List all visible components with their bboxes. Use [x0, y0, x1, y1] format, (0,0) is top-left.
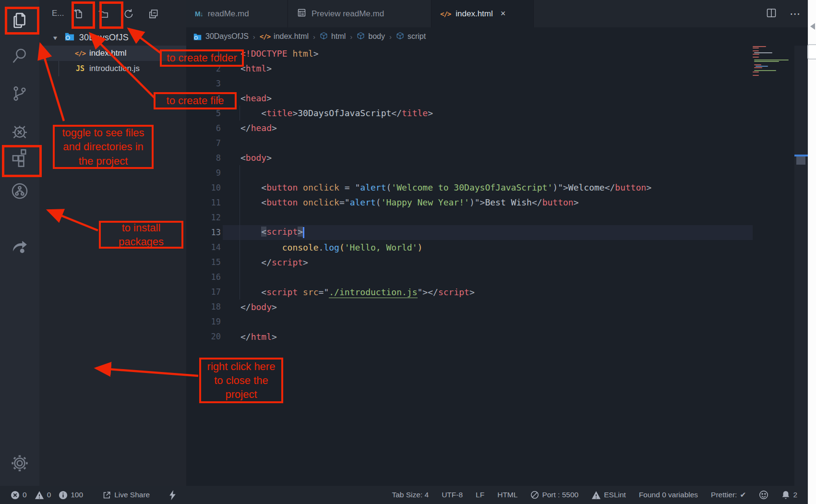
code-line-7[interactable]: 7 — [186, 135, 794, 150]
line-number: 14 — [186, 242, 221, 252]
code-token: ></ — [422, 287, 438, 297]
error-icon — [11, 491, 20, 500]
line-text: console.log('Hello, World') — [240, 242, 422, 252]
code-token: button — [542, 197, 574, 207]
prettier-status[interactable]: Prettier: ✔ — [711, 491, 746, 499]
code-token: > — [574, 197, 579, 207]
code-token: console — [282, 242, 319, 252]
extensions-icon[interactable] — [0, 147, 39, 167]
minimap-line — [753, 54, 759, 55]
code-line-4[interactable]: 4<head> — [186, 91, 794, 106]
feedback-smiley-icon[interactable] — [759, 490, 768, 500]
project-root-row[interactable]: ▼ 30DaysOfJS — [39, 30, 186, 46]
code-line-20[interactable]: 20</html> — [186, 329, 794, 344]
variables-status[interactable]: Found 0 variables — [639, 491, 698, 499]
code-token: script — [438, 287, 469, 297]
notifications-status[interactable]: 2 — [781, 490, 797, 500]
line-number: 6 — [186, 123, 221, 133]
language-status[interactable]: HTML — [497, 491, 517, 499]
code-line-19[interactable]: 19 — [186, 314, 794, 329]
code-line-1[interactable]: 1<!DOCTYPE html> — [186, 46, 794, 61]
minimap-line — [754, 70, 776, 71]
code-token: onclick — [303, 197, 339, 207]
code-token: body — [251, 302, 272, 312]
more-actions-icon[interactable]: ⋯ — [790, 12, 801, 16]
code-token: ./introduction.js — [329, 287, 417, 298]
warning-icon — [35, 491, 44, 500]
circle-branch-icon[interactable] — [0, 181, 39, 201]
minimap[interactable] — [753, 46, 793, 104]
code-token: button — [266, 197, 298, 207]
encoding-status[interactable]: UTF-8 — [442, 491, 463, 499]
code-token — [298, 287, 303, 297]
code-line-9[interactable]: 9 — [186, 165, 794, 180]
problems-indicator[interactable]: 0 0 100 — [11, 491, 83, 500]
port-status[interactable]: Port : 5500 — [530, 491, 578, 499]
breadcrumb-body[interactable]: body — [357, 32, 385, 42]
file-item-index-html[interactable]: </> index.html — [39, 46, 186, 61]
collapse-all-icon[interactable] — [145, 5, 162, 23]
minimap-line — [754, 67, 762, 68]
code-token: script — [266, 287, 298, 297]
live-share-status[interactable]: Live Share — [102, 491, 150, 500]
tab-readme[interactable]: M↓ readMe.md — [186, 0, 288, 27]
breadcrumb-project[interactable]: 30DaysOfJS — [193, 32, 249, 41]
code-token: alert — [350, 197, 376, 207]
file-item-introduction-js[interactable]: JS introduction.js — [39, 61, 186, 76]
close-icon[interactable]: × — [501, 9, 506, 19]
lightning-icon[interactable] — [169, 490, 176, 500]
code-line-10[interactable]: 10 <button onclick = "alert('Welcome to … — [186, 180, 794, 195]
code-line-3[interactable]: 3 — [186, 76, 794, 91]
search-icon[interactable] — [0, 46, 39, 65]
debug-icon[interactable] — [0, 122, 39, 141]
tab-preview-readme[interactable]: Preview readMe.md — [288, 0, 432, 27]
code-token: " — [418, 287, 423, 297]
bell-icon — [781, 490, 790, 500]
breadcrumb-html[interactable]: html — [320, 32, 346, 42]
code-line-15[interactable]: 15 </script> — [186, 255, 794, 270]
refresh-icon[interactable] — [120, 5, 137, 23]
code-token: button — [266, 182, 298, 192]
code-token: html — [292, 48, 313, 59]
split-editor-icon[interactable] — [766, 7, 777, 21]
tab-index-html[interactable]: </> index.html × — [432, 0, 534, 27]
code-token: title — [266, 108, 292, 118]
code-line-13[interactable]: 13 <script> — [186, 225, 794, 240]
code-token: = — [319, 287, 324, 297]
code-line-14[interactable]: 14 console.log('Hello, World') — [186, 240, 794, 255]
code-line-6[interactable]: 6</head> — [186, 120, 794, 135]
code-token — [288, 48, 293, 59]
new-file-icon[interactable] — [70, 5, 87, 23]
code-line-12[interactable]: 12 — [186, 210, 794, 225]
line-text: <button onclick = "alert('Welcome to 30D… — [240, 182, 651, 192]
code-line-17[interactable]: 17 <script src="./introduction.js"></scr… — [186, 285, 794, 300]
breadcrumb-script[interactable]: script — [396, 32, 426, 42]
editor-scrollbar[interactable] — [794, 46, 808, 486]
line-number: 9 — [186, 168, 221, 178]
code-line-16[interactable]: 16 — [186, 270, 794, 285]
breadcrumb-separator: › — [253, 33, 255, 41]
explorer-icon[interactable] — [0, 11, 39, 31]
code-token: > — [272, 332, 277, 342]
code-line-11[interactable]: 11 <button onclick="alert('Happy New Yea… — [186, 195, 794, 210]
code-token: </ — [240, 332, 251, 342]
code-line-2[interactable]: 2<html> — [186, 61, 794, 76]
code-token: " — [475, 197, 480, 207]
scrollbar-thumb[interactable] — [796, 156, 805, 165]
minimap-line — [754, 60, 789, 60]
code-line-18[interactable]: 18</body> — [186, 300, 794, 314]
code-line-8[interactable]: 8<body> — [186, 150, 794, 165]
live-share-icon[interactable] — [0, 236, 39, 256]
tab-size-status[interactable]: Tab Size: 4 — [392, 491, 429, 499]
source-control-icon[interactable] — [0, 84, 39, 103]
settings-gear-icon[interactable] — [0, 453, 39, 473]
code-token: </ — [240, 302, 251, 312]
code-line-5[interactable]: 5 <title>30DaysOfJavaScript</title> — [186, 106, 794, 120]
new-folder-icon[interactable] — [95, 5, 112, 23]
eol-status[interactable]: LF — [476, 491, 484, 499]
code-token: </ — [261, 257, 272, 267]
breadcrumb-file[interactable]: </> index.html — [260, 32, 309, 41]
code-token: > — [303, 257, 308, 267]
eslint-status[interactable]: ESLint — [591, 491, 626, 500]
line-number: 16 — [186, 272, 221, 282]
